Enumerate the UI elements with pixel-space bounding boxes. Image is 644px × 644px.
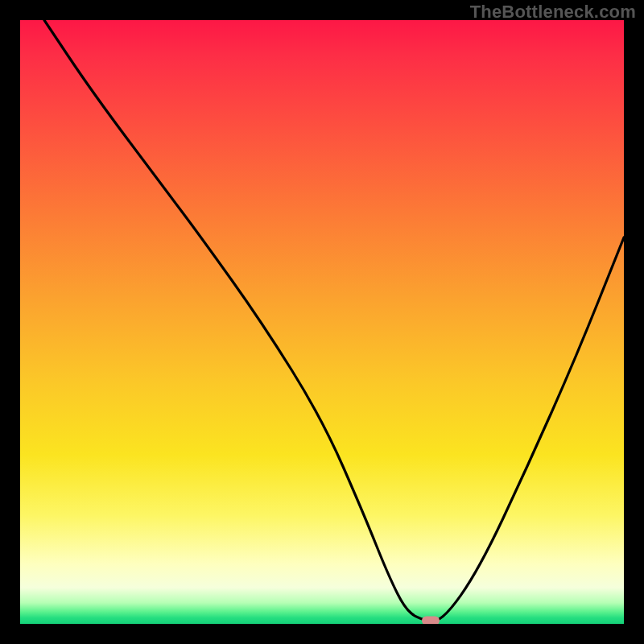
optimal-marker <box>422 617 440 624</box>
attribution-label: TheBottleneck.com <box>470 2 636 23</box>
plot-area <box>20 20 624 624</box>
chart-frame: TheBottleneck.com <box>0 0 644 644</box>
curve-path <box>44 20 624 621</box>
bottleneck-curve <box>20 20 624 624</box>
